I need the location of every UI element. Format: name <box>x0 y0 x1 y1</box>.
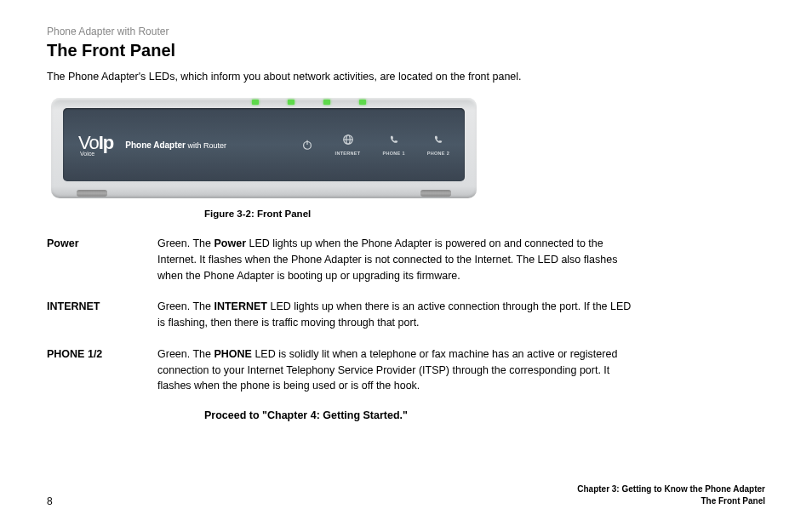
indicator-label: PHONE 2 <box>427 151 449 156</box>
desc-bold: PHONE <box>214 348 251 360</box>
voip-logo: VoIp Voice <box>78 134 113 157</box>
indicator-row: INTERNET PHONE 1 PHONE 2 <box>301 134 449 156</box>
page-number: 8 <box>47 495 53 507</box>
device-foot <box>420 190 451 197</box>
device-body: VoIp Voice Phone Adapter with Router <box>51 98 477 198</box>
row-label: PHONE 1/2 <box>47 346 157 394</box>
row-description: Green. The INTERNET LED lights up when t… <box>157 299 634 331</box>
indicator-power <box>301 139 313 156</box>
phone-icon <box>432 134 444 146</box>
row-label: INTERNET <box>47 299 157 331</box>
logo-subtext: Voice <box>80 151 113 157</box>
device-label-bold: Phone Adapter <box>125 140 186 150</box>
row-description: Green. The PHONE LED is solidly lit when… <box>157 346 634 394</box>
logo-text: VoIp <box>78 134 113 152</box>
device-label: Phone Adapter with Router <box>125 140 226 150</box>
device-label-light: with Router <box>186 141 226 150</box>
section-heading: The Front Panel <box>47 41 765 60</box>
intro-text: The Phone Adapter's LEDs, which inform y… <box>47 71 765 83</box>
footer-section: The Front Panel <box>577 495 765 507</box>
power-icon <box>301 139 313 151</box>
device-feet <box>51 190 477 197</box>
indicator-phone2: PHONE 2 <box>427 134 449 156</box>
device-figure: VoIp Voice Phone Adapter with Router <box>51 98 477 198</box>
row-description: Green. The Power LED lights up when the … <box>157 236 634 283</box>
globe-icon <box>342 134 354 146</box>
desc-pre: Green. The <box>157 348 214 360</box>
led-indicator <box>252 100 259 105</box>
footer-right: Chapter 3: Getting to Know the Phone Ada… <box>577 483 765 507</box>
led-indicator <box>359 100 366 105</box>
desc-pre: Green. The <box>157 300 214 312</box>
row-label: Power <box>47 236 157 283</box>
document-page: Phone Adapter with Router The Front Pane… <box>0 0 812 421</box>
indicator-label: INTERNET <box>335 151 361 156</box>
indicator-phone1: PHONE 1 <box>383 134 405 156</box>
led-indicator <box>323 100 330 105</box>
definition-row-phone: PHONE 1/2 Green. The PHONE LED is solidl… <box>47 346 765 394</box>
figure-caption: Figure 3-2: Front Panel <box>204 209 765 219</box>
definition-row-internet: INTERNET Green. The INTERNET LED lights … <box>47 299 765 331</box>
desc-pre: Green. The <box>157 237 214 249</box>
top-leds <box>51 98 477 106</box>
indicator-label: PHONE 1 <box>383 151 405 156</box>
page-footer: 8 Chapter 3: Getting to Know the Phone A… <box>47 483 765 507</box>
footer-chapter: Chapter 3: Getting to Know the Phone Ada… <box>577 483 765 495</box>
device-foot <box>77 190 107 197</box>
indicator-internet: INTERNET <box>335 134 361 156</box>
definition-row-power: Power Green. The Power LED lights up whe… <box>47 236 765 283</box>
phone-icon <box>388 134 400 146</box>
led-indicator <box>288 100 294 105</box>
desc-bold: INTERNET <box>214 300 267 312</box>
proceed-text: Proceed to "Chapter 4: Getting Started." <box>204 409 765 421</box>
desc-bold: Power <box>214 237 246 249</box>
device-face: VoIp Voice Phone Adapter with Router <box>63 108 465 181</box>
product-header: Phone Adapter with Router <box>47 26 765 37</box>
